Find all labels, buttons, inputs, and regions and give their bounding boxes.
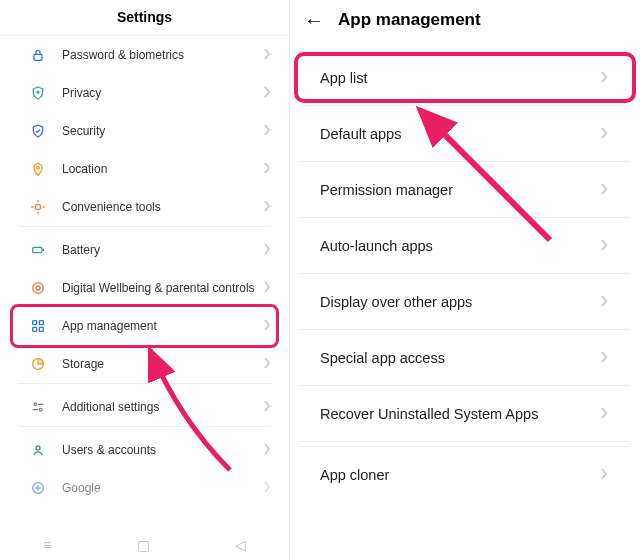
- svg-rect-9: [33, 327, 37, 331]
- settings-item-location[interactable]: Location: [0, 150, 289, 188]
- wellbeing-icon: [28, 280, 48, 296]
- sliders-icon: [28, 399, 48, 415]
- storage-icon: [28, 356, 48, 372]
- chevron-right-icon: [600, 349, 608, 367]
- settings-item-label: Google: [62, 481, 263, 495]
- chevron-right-icon: [263, 160, 271, 178]
- back-button[interactable]: ◁: [235, 537, 246, 553]
- app-management-item-label: App cloner: [320, 467, 600, 483]
- app-management-item-label: Default apps: [320, 126, 600, 142]
- settings-item-convenience-tools[interactable]: Convenience tools: [0, 188, 289, 226]
- chevron-right-icon: [600, 181, 608, 199]
- app-management-item-app-list[interactable]: App list: [300, 50, 630, 106]
- app-management-item-permission-manager[interactable]: Permission manager: [300, 162, 630, 218]
- settings-item-label: Battery: [62, 243, 263, 257]
- recent-apps-button[interactable]: ≡: [43, 537, 51, 553]
- user-icon: [28, 442, 48, 458]
- chevron-right-icon: [263, 317, 271, 335]
- settings-item-label: Privacy: [62, 86, 263, 100]
- svg-point-6: [36, 286, 40, 290]
- tools-icon: [28, 199, 48, 215]
- settings-item-label: Users & accounts: [62, 443, 263, 457]
- chevron-right-icon: [263, 479, 271, 497]
- svg-point-2: [37, 166, 40, 169]
- settings-item-digital-wellbeing[interactable]: Digital Wellbeing & parental controls: [0, 269, 289, 307]
- chevron-right-icon: [263, 122, 271, 140]
- app-management-item-label: App list: [320, 70, 600, 86]
- settings-list: Password & biometrics Privacy Security L…: [0, 36, 289, 530]
- app-management-item-label: Display over other apps: [320, 294, 600, 310]
- chevron-right-icon: [263, 441, 271, 459]
- app-management-item-auto-launch-apps[interactable]: Auto-launch apps: [300, 218, 630, 274]
- shield-key-icon: [28, 85, 48, 101]
- settings-item-security[interactable]: Security: [0, 112, 289, 150]
- chevron-right-icon: [600, 125, 608, 143]
- app-management-item-label: Auto-launch apps: [320, 238, 600, 254]
- svg-rect-4: [33, 247, 42, 252]
- chevron-right-icon: [263, 279, 271, 297]
- chevron-right-icon: [263, 241, 271, 259]
- settings-title: Settings: [0, 0, 289, 36]
- svg-rect-0: [34, 54, 42, 60]
- chevron-right-icon: [263, 398, 271, 416]
- chevron-right-icon: [600, 69, 608, 87]
- settings-item-label: Digital Wellbeing & parental controls: [62, 281, 263, 295]
- chevron-right-icon: [600, 466, 608, 484]
- chevron-right-icon: [263, 355, 271, 373]
- app-management-header: ← App management: [290, 0, 640, 44]
- svg-point-3: [35, 204, 40, 209]
- settings-item-label: App management: [62, 319, 263, 333]
- settings-item-label: Security: [62, 124, 263, 138]
- app-management-item-label: Special app access: [320, 350, 600, 366]
- svg-point-5: [33, 283, 44, 294]
- settings-item-privacy[interactable]: Privacy: [0, 74, 289, 112]
- app-management-item-label: Permission manager: [320, 182, 600, 198]
- chevron-right-icon: [263, 198, 271, 216]
- settings-item-additional-settings[interactable]: Additional settings: [0, 388, 289, 426]
- svg-rect-7: [33, 321, 37, 325]
- settings-item-google[interactable]: Google: [0, 469, 289, 507]
- settings-item-label: Additional settings: [62, 400, 263, 414]
- apps-icon: [28, 318, 48, 334]
- lock-icon: [28, 47, 48, 63]
- settings-item-label: Password & biometrics: [62, 48, 263, 62]
- settings-item-battery[interactable]: Battery: [0, 231, 289, 269]
- chevron-right-icon: [263, 46, 271, 64]
- app-management-item-default-apps[interactable]: Default apps: [300, 106, 630, 162]
- app-management-item-special-app-access[interactable]: Special app access: [300, 330, 630, 386]
- svg-point-1: [37, 91, 39, 93]
- settings-item-label: Convenience tools: [62, 200, 263, 214]
- settings-item-storage[interactable]: Storage: [0, 345, 289, 383]
- settings-item-app-management[interactable]: App management: [0, 307, 289, 345]
- google-icon: [28, 480, 48, 496]
- location-icon: [28, 161, 48, 177]
- chevron-right-icon: [600, 405, 608, 423]
- app-management-pane: ← App management App list Default apps P…: [290, 0, 640, 560]
- settings-item-label: Storage: [62, 357, 263, 371]
- app-management-item-display-over-other-apps[interactable]: Display over other apps: [300, 274, 630, 330]
- shield-check-icon: [28, 123, 48, 139]
- battery-icon: [28, 242, 48, 258]
- settings-pane: Settings Password & biometrics Privacy S…: [0, 0, 290, 560]
- svg-point-14: [36, 446, 40, 450]
- app-management-item-label: Recover Uninstalled System Apps: [320, 406, 600, 422]
- android-navbar: ≡ ▢ ◁: [0, 530, 289, 560]
- svg-point-13: [39, 408, 42, 411]
- svg-point-12: [34, 403, 37, 406]
- app-management-item-recover-uninstalled[interactable]: Recover Uninstalled System Apps: [300, 386, 630, 442]
- chevron-right-icon: [263, 84, 271, 102]
- settings-item-password-biometrics[interactable]: Password & biometrics: [0, 36, 289, 74]
- settings-item-label: Location: [62, 162, 263, 176]
- svg-rect-10: [39, 327, 43, 331]
- page-title: App management: [338, 10, 481, 30]
- svg-rect-8: [39, 321, 43, 325]
- settings-item-users-accounts[interactable]: Users & accounts: [0, 431, 289, 469]
- chevron-right-icon: [600, 237, 608, 255]
- app-management-item-app-cloner[interactable]: App cloner: [300, 446, 630, 502]
- chevron-right-icon: [600, 293, 608, 311]
- back-arrow-icon[interactable]: ←: [304, 10, 324, 30]
- home-button[interactable]: ▢: [137, 537, 150, 553]
